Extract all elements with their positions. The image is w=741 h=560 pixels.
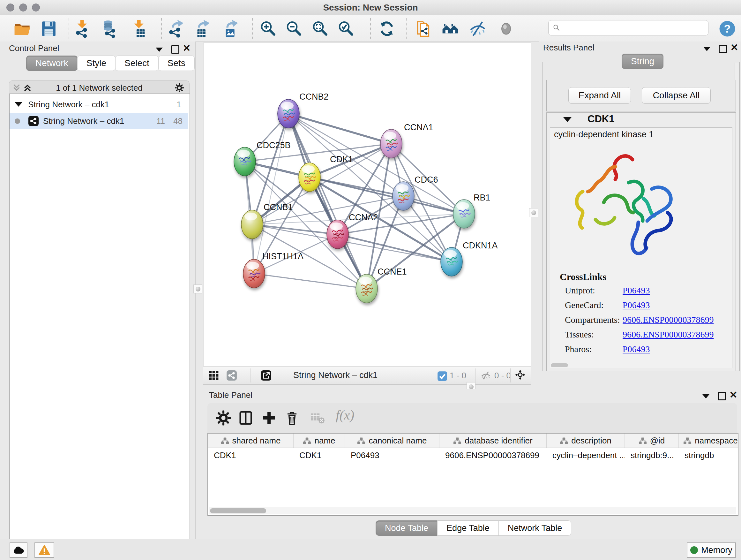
table-panel-title: Table Panel (209, 390, 253, 400)
export-table-button[interactable] (192, 19, 212, 39)
help-button[interactable]: ? (718, 19, 737, 39)
panel-close-icon[interactable]: ✕ (181, 43, 192, 54)
table-panel: Table Panel ✕ f(x) shared namenamecanoni… (203, 389, 741, 539)
refresh-button[interactable] (377, 19, 397, 39)
import-table-file-button[interactable] (130, 19, 149, 39)
results-horizontal-scroll-thumb[interactable] (551, 363, 568, 367)
share-document-button[interactable] (414, 19, 433, 39)
column-header-shared-name[interactable]: shared name (208, 434, 293, 448)
eye-gray-button[interactable] (496, 19, 516, 39)
tab-string[interactable]: String (622, 54, 664, 69)
birds-eye-toggle-button[interactable] (515, 369, 528, 382)
zoom-fit-button[interactable] (310, 19, 330, 39)
node-count: 11 (156, 116, 165, 126)
import-network-database-button[interactable] (100, 19, 120, 39)
table-settings-button[interactable] (215, 410, 231, 426)
network-canvas[interactable]: CCNB2CCNA1CDC25BCDK1CDC6RB1CCNB1CCNA2CDK… (203, 43, 531, 367)
network-row[interactable]: String Network – cdk1 11 48 (10, 113, 188, 129)
table-cell[interactable]: stringdb (679, 448, 738, 462)
search-box (548, 20, 709, 36)
table-cell[interactable]: P06493 (345, 448, 440, 462)
tab-network-table[interactable]: Network Table (498, 520, 571, 536)
tab-select[interactable]: Select (115, 56, 158, 71)
tab-sets[interactable]: Sets (158, 56, 195, 71)
crosslinks-heading: CrossLinks (560, 271, 606, 282)
export-image-button[interactable] (220, 19, 240, 39)
zoom-out-button[interactable] (284, 19, 304, 39)
crosslink-link[interactable]: P06493 (623, 286, 650, 296)
column-header-database-identifier[interactable]: database identifier (440, 434, 547, 448)
network-node-CDKN1A[interactable]: CDKN1A (441, 241, 498, 276)
delete-column-button[interactable] (284, 410, 300, 426)
collapse-triangle-icon[interactable] (15, 102, 22, 107)
selected-checkbox[interactable] (437, 371, 447, 380)
panel-menu-icon[interactable] (701, 44, 712, 54)
tab-node-table[interactable]: Node Table (376, 520, 437, 536)
import-network-file-button[interactable] (73, 19, 92, 39)
help-icon: ? (718, 19, 737, 38)
node-label: CCNE1 (378, 267, 407, 276)
table-cell[interactable]: CDK1 (293, 448, 345, 462)
network-node-CCNA1[interactable]: CCNA1 (381, 123, 433, 158)
open-in-window-button[interactable] (261, 370, 272, 381)
gear-icon[interactable] (175, 83, 184, 92)
zoom-in-button[interactable] (258, 19, 278, 39)
network-node-RB1[interactable]: RB1 (453, 193, 490, 228)
table-horizontal-scrollbar[interactable] (209, 507, 736, 514)
column-header--id[interactable]: @id (625, 434, 679, 448)
left-splitter-handle[interactable] (193, 285, 202, 294)
zoom-selected-button[interactable] (336, 19, 356, 39)
network-node-HIST1H1A[interactable]: HIST1H1A (243, 252, 304, 288)
panel-float-icon[interactable] (717, 391, 727, 401)
panel-close-icon[interactable]: ✕ (728, 389, 739, 400)
warnings-button[interactable] (35, 543, 54, 558)
panel-float-icon[interactable] (170, 44, 181, 55)
column-header-description[interactable]: description (547, 434, 625, 448)
table-cell[interactable]: cyclin–dependent ... (547, 448, 625, 462)
save-session-button[interactable] (39, 19, 59, 39)
open-file-button[interactable] (12, 19, 32, 39)
node-label: HIST1H1A (262, 252, 304, 261)
column-header-name[interactable]: name (293, 434, 345, 448)
tab-network[interactable]: Network (26, 56, 77, 71)
network-collection-row[interactable]: String Network – cdk1 1 (10, 96, 188, 113)
search-input[interactable] (563, 21, 705, 34)
crosslink-link[interactable]: P06493 (623, 344, 650, 354)
selected-counts: 1 - 0 (450, 371, 466, 381)
section-collapse-triangle-icon[interactable] (563, 117, 571, 122)
collapse-all-button[interactable]: Collapse All (642, 87, 711, 104)
eye-slash-button[interactable] (468, 19, 488, 39)
create-column-button[interactable] (261, 410, 277, 426)
crosslink-link[interactable]: 9606.ENSP00000378699 (623, 315, 714, 325)
gene-detail-box: cyclin-dependent kinase 1 CrossLinks Uni… (550, 127, 732, 368)
expand-all-button[interactable]: Expand All (568, 87, 631, 104)
control-panel: Control Panel ✕ NetworkStyleSelectSets 1… (0, 42, 196, 539)
table-cell[interactable]: CDK1 (208, 448, 293, 462)
homes-button[interactable] (441, 19, 461, 39)
tab-edge-table[interactable]: Edge Table (437, 520, 499, 536)
table-cell[interactable]: stringdb:9... (625, 448, 679, 462)
zoom-out-icon (285, 19, 303, 38)
panel-float-icon[interactable] (718, 44, 728, 54)
crosslink-link[interactable]: 9606.ENSP00000378699 (623, 329, 714, 340)
table-cell[interactable]: 9606.ENSP00000378699 (440, 448, 547, 462)
column-header-namespace[interactable]: namespace (679, 434, 738, 448)
column-header-canonical-name[interactable]: canonical name (345, 434, 440, 448)
cloud-button[interactable] (10, 543, 27, 558)
panel-menu-icon[interactable] (700, 391, 711, 401)
panel-close-icon[interactable]: ✕ (729, 42, 740, 53)
grid-view-button[interactable] (208, 370, 219, 381)
results-panel-title: Results Panel (543, 43, 594, 53)
network-node-CCNE1[interactable]: CCNE1 (356, 267, 407, 303)
network-share-button[interactable] (226, 370, 237, 381)
show-columns-button[interactable] (238, 410, 254, 426)
plus-icon (261, 410, 277, 426)
export-network-button[interactable] (166, 19, 186, 39)
panel-menu-icon[interactable] (154, 44, 165, 55)
crosslink-link[interactable]: P06493 (623, 300, 650, 310)
tab-style[interactable]: Style (77, 56, 116, 71)
memory-button[interactable]: Memory (687, 543, 736, 558)
right-splitter-handle[interactable] (529, 208, 538, 217)
crosslink-label: Compartments: (565, 315, 620, 325)
table-horizontal-scroll-thumb[interactable] (210, 508, 266, 513)
